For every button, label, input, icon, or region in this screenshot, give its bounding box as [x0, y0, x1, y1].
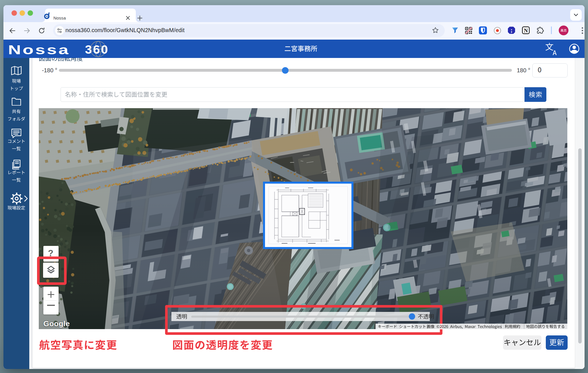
- svg-text:360: 360: [85, 42, 109, 56]
- svg-text:N: N: [524, 28, 528, 34]
- svg-text:;: ;: [510, 27, 512, 33]
